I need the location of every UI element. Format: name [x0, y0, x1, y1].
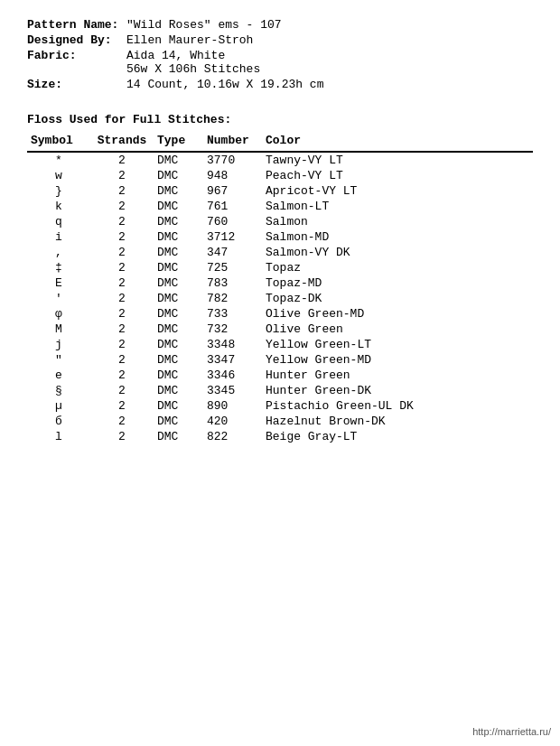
cell-color: Topaz-DK — [262, 291, 533, 306]
cell-color: Topaz — [262, 260, 533, 275]
col-header-symbol: Symbol — [27, 132, 90, 152]
table-row: e2DMC3346Hunter Green — [27, 368, 533, 383]
cell-number: 967 — [203, 183, 262, 199]
cell-strands: 2 — [90, 337, 154, 352]
cell-color: Peach-VY LT — [262, 168, 533, 183]
table-row: '2DMC782Topaz-DK — [27, 291, 533, 306]
fabric-line1: Aida 14, White — [126, 49, 533, 62]
cell-color: Yellow Green-MD — [262, 352, 533, 368]
cell-number: 420 — [203, 414, 262, 429]
cell-color: Pistachio Green-UL DK — [262, 398, 533, 414]
cell-strands: 2 — [90, 429, 154, 444]
cell-number: 3346 — [203, 368, 262, 383]
cell-number: 3770 — [203, 152, 262, 168]
cell-number: 782 — [203, 291, 262, 306]
cell-strands: 2 — [90, 414, 154, 429]
cell-number: 948 — [203, 168, 262, 183]
cell-number: 347 — [203, 245, 262, 260]
table-row: ‡2DMC725Topaz — [27, 260, 533, 275]
size-label: Size: — [27, 78, 126, 91]
cell-strands: 2 — [90, 152, 154, 168]
cell-symbol: § — [27, 383, 90, 398]
table-body: *2DMC3770Tawny-VY LTw2DMC948Peach-VY LT}… — [27, 152, 533, 444]
cell-type: DMC — [154, 337, 203, 352]
col-header-number: Number — [203, 132, 262, 152]
cell-color: Apricot-VY LT — [262, 183, 533, 199]
table-row: q2DMC760Salmon — [27, 214, 533, 229]
cell-symbol: e — [27, 368, 90, 383]
table-row: *2DMC3770Tawny-VY LT — [27, 152, 533, 168]
cell-type: DMC — [154, 352, 203, 368]
cell-number: 732 — [203, 322, 262, 337]
cell-strands: 2 — [90, 306, 154, 322]
fabric-value: Aida 14, White 56w X 106h Stitches — [126, 49, 533, 76]
header-row: Symbol Strands Type Number Color — [27, 132, 533, 152]
col-header-color: Color — [262, 132, 533, 152]
pattern-name-value: "Wild Roses" ems - 107 — [126, 18, 533, 32]
cell-type: DMC — [154, 322, 203, 337]
cell-type: DMC — [154, 383, 203, 398]
cell-symbol: µ — [27, 398, 90, 414]
cell-strands: 2 — [90, 245, 154, 260]
table-row: "2DMC3347Yellow Green-MD — [27, 352, 533, 368]
size-value: 14 Count, 10.16w X 19.23h cm — [126, 78, 533, 91]
table-header: Symbol Strands Type Number Color — [27, 132, 533, 152]
cell-color: Yellow Green-LT — [262, 337, 533, 352]
info-section: Pattern Name: "Wild Roses" ems - 107 Des… — [27, 18, 533, 91]
fabric-label: Fabric: — [27, 49, 126, 76]
designed-by-label: Designed By: — [27, 33, 126, 47]
cell-number: 725 — [203, 260, 262, 275]
cell-number: 761 — [203, 199, 262, 214]
cell-number: 760 — [203, 214, 262, 229]
cell-number: 733 — [203, 306, 262, 322]
cell-symbol: б — [27, 414, 90, 429]
cell-strands: 2 — [90, 229, 154, 245]
table-row: }2DMC967Apricot-VY LT — [27, 183, 533, 199]
cell-symbol: i — [27, 229, 90, 245]
cell-color: Beige Gray-LT — [262, 429, 533, 444]
cell-symbol: , — [27, 245, 90, 260]
cell-strands: 2 — [90, 275, 154, 291]
cell-number: 890 — [203, 398, 262, 414]
cell-number: 3345 — [203, 383, 262, 398]
cell-type: DMC — [154, 183, 203, 199]
cell-type: DMC — [154, 229, 203, 245]
col-header-type: Type — [154, 132, 203, 152]
table-row: j2DMC3348Yellow Green-LT — [27, 337, 533, 352]
cell-color: Salmon — [262, 214, 533, 229]
floss-title: Floss Used for Full Stitches: — [27, 113, 533, 126]
designed-by-row: Designed By: Ellen Maurer-Stroh — [27, 33, 533, 47]
table-row: l2DMC822Beige Gray-LT — [27, 429, 533, 444]
cell-symbol: j — [27, 337, 90, 352]
cell-number: 3712 — [203, 229, 262, 245]
size-row: Size: 14 Count, 10.16w X 19.23h cm — [27, 78, 533, 91]
cell-symbol: } — [27, 183, 90, 199]
footer-url: http://marrietta.ru/ — [472, 726, 551, 737]
table-row: i2DMC3712Salmon-MD — [27, 229, 533, 245]
cell-type: DMC — [154, 245, 203, 260]
cell-type: DMC — [154, 199, 203, 214]
cell-color: Tawny-VY LT — [262, 152, 533, 168]
table-row: k2DMC761Salmon-LT — [27, 199, 533, 214]
cell-strands: 2 — [90, 291, 154, 306]
cell-symbol: ' — [27, 291, 90, 306]
table-row: б2DMC420Hazelnut Brown-DK — [27, 414, 533, 429]
cell-type: DMC — [154, 168, 203, 183]
col-header-strands: Strands — [90, 132, 154, 152]
table-row: §2DMC3345Hunter Green-DK — [27, 383, 533, 398]
cell-strands: 2 — [90, 214, 154, 229]
cell-symbol: * — [27, 152, 90, 168]
table-row: µ2DMC890Pistachio Green-UL DK — [27, 398, 533, 414]
cell-type: DMC — [154, 214, 203, 229]
cell-strands: 2 — [90, 398, 154, 414]
cell-symbol: M — [27, 322, 90, 337]
table-row: M2DMC732Olive Green — [27, 322, 533, 337]
table-row: φ2DMC733Olive Green-MD — [27, 306, 533, 322]
floss-table: Symbol Strands Type Number Color *2DMC37… — [27, 132, 533, 444]
pattern-name-row: Pattern Name: "Wild Roses" ems - 107 — [27, 18, 533, 32]
floss-section: Floss Used for Full Stitches: Symbol Str… — [27, 113, 533, 444]
cell-symbol: l — [27, 429, 90, 444]
cell-strands: 2 — [90, 260, 154, 275]
cell-type: DMC — [154, 398, 203, 414]
cell-symbol: k — [27, 199, 90, 214]
